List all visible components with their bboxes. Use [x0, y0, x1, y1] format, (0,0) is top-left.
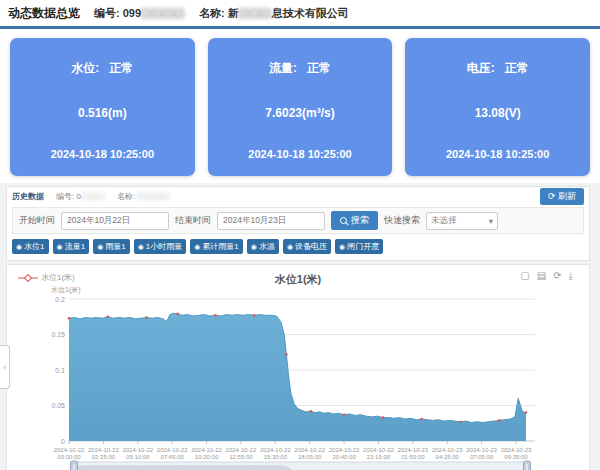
end-time-input[interactable]	[217, 212, 325, 230]
station-id: 编号: 099口口口口	[94, 6, 185, 21]
x-tick-time: 07:45:00	[160, 454, 184, 460]
chevron-down-icon: ▾	[489, 216, 493, 226]
filter-row: 开始时间 结束时间 搜索 快速搜索 未选择 ▾	[12, 207, 584, 234]
x-tick-time: 12:55:00	[229, 454, 253, 460]
x-tick-date: 2024-10-23	[432, 447, 463, 453]
quick-search-select[interactable]: 未选择 ▾	[426, 212, 498, 230]
card-title: 电压:正常	[413, 60, 582, 77]
x-tick-time: 05:10:00	[126, 454, 150, 460]
y-tick-label: 0.2	[55, 296, 65, 303]
x-tick-date: 2024-10-22	[122, 447, 153, 453]
y-tick-label: 0.1	[55, 367, 65, 374]
x-tick-date: 2024-10-22	[226, 447, 257, 453]
data-point-marker	[525, 411, 528, 414]
x-tick-date: 2024-10-22	[157, 447, 188, 453]
data-point-marker	[498, 419, 501, 422]
history-panel-header: 历史数据 编号: 0口口口 名称: 口口口口 ⟳ 刷新	[7, 187, 589, 205]
station-id-value: 099	[123, 7, 141, 19]
x-tick-time: 01:50:00	[401, 454, 425, 460]
history-station-name: 名称: 口口口口	[117, 191, 169, 202]
start-time-input[interactable]	[61, 212, 169, 230]
status-cards: 水位:正常 0.516(m) 2024-10-18 10:25:00 流量:正常…	[0, 29, 600, 183]
x-tick-time: 02:35:00	[92, 454, 116, 460]
flow-card: 流量:正常 7.6023(m³/s) 2024-10-18 10:25:00	[208, 38, 393, 176]
refresh-icon: ⟳	[548, 191, 556, 201]
data-point-marker	[145, 316, 148, 319]
x-tick-date: 2024-10-22	[191, 447, 222, 453]
series-icon: ◉	[57, 243, 63, 250]
page-header: 动态数据总览 编号: 099口口口口 名称: 新口口口息技术有限公司	[0, 0, 600, 26]
station-name-redacted: 口口口	[239, 7, 272, 19]
x-tick-date: 2024-10-22	[54, 447, 85, 453]
end-time-label: 结束时间	[175, 214, 211, 227]
series-button-device-voltage[interactable]: ◉设备电压	[283, 239, 331, 254]
card-value: 7.6023(m³/s)	[216, 106, 385, 120]
series-button-hourly-rain[interactable]: ◉1小时雨量	[134, 239, 187, 254]
y-tick-label: 0.05	[51, 402, 65, 409]
station-name-suffix: 息技术有限公司	[272, 7, 349, 19]
x-tick-time: 15:30:00	[264, 454, 288, 460]
station-name-value: 新	[228, 7, 239, 19]
quick-search-label: 快速搜索	[384, 214, 420, 227]
refresh-button[interactable]: ⟳ 刷新	[540, 188, 584, 205]
series-icon: ◉	[287, 243, 293, 250]
series-button-row: ◉水位1 ◉流量1 ◉雨量1 ◉1小时雨量 ◉累计雨量1 ◉水温 ◉设备电压 ◉…	[7, 236, 589, 260]
station-id-redacted: 口口口口	[141, 7, 185, 19]
water-level-card: 水位:正常 0.516(m) 2024-10-18 10:25:00	[10, 38, 195, 176]
search-button[interactable]: 搜索	[331, 211, 378, 230]
x-tick-time: 00:00:00	[57, 454, 81, 460]
data-point-marker	[214, 314, 217, 317]
series-button-gate-opening[interactable]: ◉闸门开度	[335, 239, 383, 254]
data-point-marker	[285, 353, 288, 356]
voltage-card: 电压:正常 13.08(V) 2024-10-18 10:25:00	[405, 38, 590, 176]
data-point-marker	[68, 317, 71, 320]
history-title: 历史数据	[12, 191, 44, 202]
water-level-chart: 0.20.150.10.0502024-10-2200:00:002024-10…	[7, 265, 589, 470]
series-icon: ◉	[194, 243, 200, 250]
series-icon: ◉	[97, 243, 103, 250]
x-tick-time: 09:35:00	[504, 454, 528, 460]
start-time-label: 开始时间	[19, 214, 55, 227]
card-timestamp: 2024-10-18 10:25:00	[413, 148, 582, 160]
x-tick-date: 2024-10-23	[398, 447, 429, 453]
x-tick-date: 2024-10-22	[88, 447, 119, 453]
station-name-label: 名称:	[199, 7, 225, 19]
series-button-rainfall[interactable]: ◉雨量1	[93, 239, 130, 254]
page-title: 动态数据总览	[8, 5, 80, 22]
quick-search-value: 未选择	[431, 215, 457, 227]
x-tick-time: 07:00:00	[470, 454, 494, 460]
x-tick-date: 2024-10-23	[466, 447, 497, 453]
data-point-marker	[459, 421, 462, 424]
data-point-marker	[420, 418, 423, 421]
series-icon: ◉	[251, 243, 257, 250]
x-tick-time: 20:40:00	[332, 454, 356, 460]
x-tick-date: 2024-10-23	[501, 447, 532, 453]
x-tick-date: 2024-10-22	[329, 447, 360, 453]
series-button-water-temp[interactable]: ◉水温	[247, 239, 279, 254]
drawer-toggle-handle[interactable]: ‹	[0, 345, 10, 389]
card-timestamp: 2024-10-18 10:25:00	[216, 148, 385, 160]
series-button-flow[interactable]: ◉流量1	[53, 239, 90, 254]
data-point-marker	[253, 314, 256, 317]
card-value: 13.08(V)	[413, 106, 582, 120]
station-name: 名称: 新口口口息技术有限公司	[199, 6, 349, 21]
series-button-water-level[interactable]: ◉水位1	[12, 239, 49, 254]
series-button-total-rain[interactable]: ◉累计雨量1	[190, 239, 243, 254]
x-tick-date: 2024-10-22	[260, 447, 291, 453]
search-icon	[340, 217, 347, 224]
data-point-marker	[343, 413, 346, 416]
data-point-marker	[382, 416, 385, 419]
y-tick-label: 0.15	[51, 331, 65, 338]
series-icon: ◉	[138, 243, 144, 250]
series-icon: ◉	[16, 243, 22, 250]
history-panel: 历史数据 编号: 0口口口 名称: 口口口口 ⟳ 刷新 开始时间 结束时间 搜索…	[6, 186, 590, 261]
card-title: 水位:正常	[18, 60, 187, 77]
card-title: 流量:正常	[216, 60, 385, 77]
chart-card: 水位1(米) 水位1(米) ▢ ▤ ⟳ ⤓ 水位1(米) 0.20.150.10…	[6, 264, 590, 470]
series-icon: ◉	[339, 243, 345, 250]
y-tick-label: 0	[61, 438, 65, 445]
x-tick-time: 18:05:00	[298, 454, 322, 460]
x-tick-time: 04:25:00	[436, 454, 460, 460]
x-tick-date: 2024-10-22	[294, 447, 325, 453]
card-timestamp: 2024-10-18 10:25:00	[18, 148, 187, 160]
